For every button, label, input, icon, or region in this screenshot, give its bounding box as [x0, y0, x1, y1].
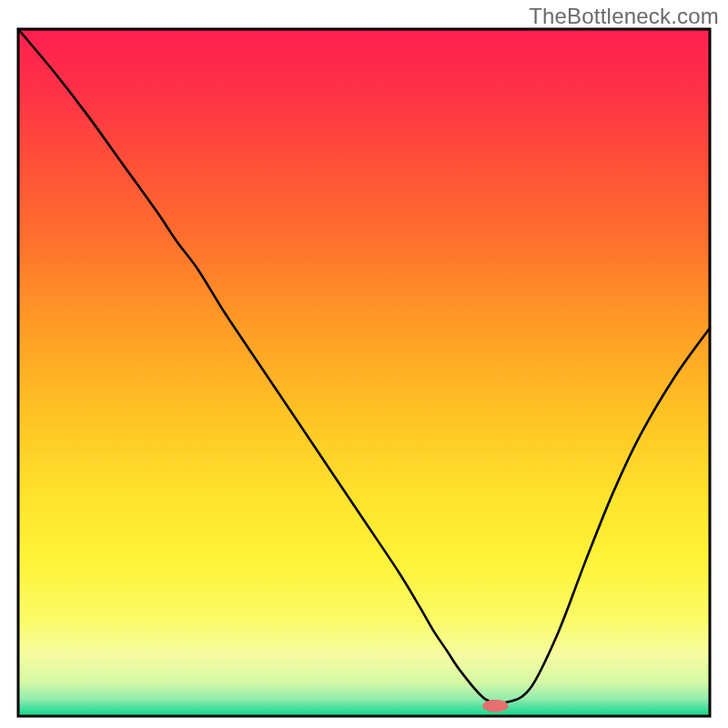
bottleneck-plot-svg	[0, 0, 728, 728]
optimal-point-marker	[482, 700, 508, 713]
watermark-text: TheBottleneck.com	[529, 4, 719, 29]
plot-background	[18, 29, 710, 716]
bottleneck-chart: TheBottleneck.com	[0, 0, 728, 728]
